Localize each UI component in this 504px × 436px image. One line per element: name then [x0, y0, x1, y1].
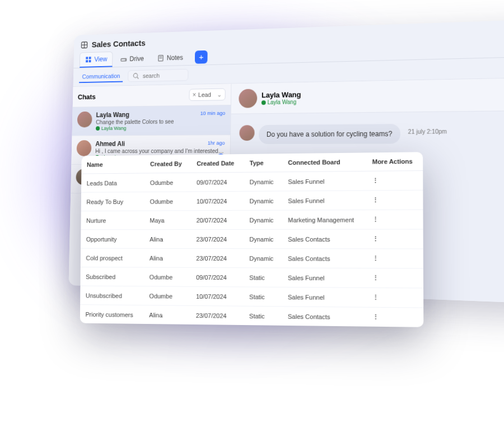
table-cell: Odumbe	[144, 192, 191, 211]
table-row[interactable]: Leads DataOdumbe09/07/2024DynamicSales F…	[81, 170, 423, 192]
more-actions-button[interactable]: ⋮	[372, 177, 379, 184]
chat-name: Ahmed Ali	[95, 140, 225, 147]
table-cell: Static	[244, 268, 282, 287]
svg-rect-4	[89, 57, 91, 59]
table-cell: Unsubscribed	[80, 286, 144, 305]
table-cell: Ready To Buy	[81, 192, 144, 211]
search-input[interactable]	[143, 72, 184, 79]
table-row[interactable]: Cold prospectAlina23/07/2024DynamicSales…	[81, 248, 423, 268]
tab-label: Notes	[167, 54, 183, 62]
table-cell: Dynamic	[244, 172, 283, 192]
tab-view[interactable]: View	[80, 52, 113, 68]
table-cell: Sales Contacts	[282, 229, 367, 249]
table-cell: 10/07/2024	[191, 191, 244, 210]
subtab-communication[interactable]: Communication	[79, 71, 123, 84]
table-cell: Sales Funnel	[282, 191, 366, 210]
chats-title: Chats	[78, 92, 96, 101]
chat-timestamp: 1hr ago	[208, 140, 225, 146]
tab-notes[interactable]: Notes	[151, 50, 189, 66]
table-row[interactable]: OpportunityAlina23/07/2024DynamicSales C…	[81, 229, 423, 249]
message-text: Do you have a solution for cycling teams…	[267, 130, 393, 138]
svg-rect-6	[89, 60, 91, 62]
more-actions-button[interactable]: ⋮	[372, 235, 379, 242]
table-row[interactable]: SubscribedOdumbe09/07/2024StaticSales Fu…	[80, 267, 423, 288]
table-cell: Alina	[144, 248, 190, 267]
table-cell: 23/07/2024	[190, 229, 244, 248]
filter-chip[interactable]: × Lead ⌄	[189, 89, 226, 101]
more-actions-button[interactable]: ⋮	[372, 313, 380, 320]
svg-rect-5	[86, 60, 88, 62]
svg-rect-3	[86, 57, 88, 59]
notes-icon	[157, 54, 164, 62]
table-cell: Sales Funnel	[282, 287, 367, 307]
table-header-cell: Connected Board	[282, 152, 366, 171]
chat-item[interactable]: Layla Wang Change the palette Colors to …	[72, 105, 231, 136]
chevron-down-icon: ⌄	[217, 91, 222, 98]
chip-label: Lead	[198, 91, 211, 98]
chat-meta: Layla Wang	[96, 124, 225, 131]
table-cell: 09/07/2024	[191, 172, 244, 192]
table-cell: Odumbe	[144, 267, 190, 286]
more-actions-button[interactable]: ⋮	[372, 294, 379, 300]
table-cell: Alina	[143, 305, 190, 324]
table-cell: Dynamic	[244, 229, 282, 248]
more-actions-button[interactable]: ⋮	[372, 255, 379, 262]
message-incoming: Do you have a solution for cycling teams…	[239, 123, 504, 144]
table-cell: 09/07/2024	[190, 267, 244, 287]
table-header-row: NameCreated ByCreated DateTypeConnected …	[81, 152, 423, 174]
table-cell: Nurture	[81, 211, 144, 230]
table-cell: Dynamic	[244, 210, 282, 229]
table-cell: Opportunity	[81, 230, 144, 249]
tab-label: Drive	[129, 55, 144, 63]
svg-line-13	[137, 77, 139, 79]
tab-drive[interactable]: Drive	[114, 51, 150, 66]
message-timestamp: 21 july 2:10pm	[408, 128, 447, 135]
svg-point-8	[125, 59, 126, 61]
drive-icon	[120, 55, 127, 63]
table-row[interactable]: UnsubscribedOdumbe10/07/2024StaticSales …	[80, 286, 423, 308]
table-row[interactable]: NurtureMaya20/07/2024DynamicMarketing Ma…	[81, 210, 423, 230]
table-cell: Subscribed	[80, 267, 144, 286]
thread-name: Layla Wang	[262, 90, 301, 99]
table-cell: Sales Contacts	[282, 249, 367, 268]
table-cell: Alina	[144, 230, 190, 249]
tab-label: View	[94, 55, 107, 63]
table-cell: Sales Funnel	[282, 171, 366, 191]
thread-meta: Layla Wang	[262, 99, 301, 105]
add-tab-button[interactable]: +	[195, 50, 208, 63]
avatar	[77, 112, 92, 128]
more-actions-button[interactable]: ⋮	[372, 196, 379, 203]
table-cell: Odumbe	[144, 173, 191, 192]
table-cell: Dynamic	[244, 249, 282, 268]
segments-table-card: NameCreated ByCreated DateTypeConnected …	[80, 152, 423, 327]
table-cell: 20/07/2024	[191, 210, 244, 229]
table-row[interactable]: Ready To BuyOdumbe10/07/2024DynamicSales…	[81, 190, 423, 211]
avatar	[77, 140, 92, 156]
chip-close-icon[interactable]: ×	[193, 91, 197, 99]
table-cell: 23/07/2024	[190, 248, 244, 267]
table-cell: 23/07/2024	[190, 305, 244, 325]
chat-timestamp: 10 min ago	[200, 110, 226, 116]
search-box[interactable]	[128, 69, 189, 82]
layout-icon	[85, 56, 92, 64]
table-cell: Priority customers	[80, 305, 144, 324]
table-cell: Dynamic	[244, 191, 283, 210]
table-header-cell: Name	[81, 155, 144, 174]
search-icon	[133, 72, 140, 80]
table-cell: Maya	[144, 211, 191, 230]
more-actions-button[interactable]: ⋮	[372, 274, 379, 281]
svg-point-12	[134, 73, 138, 78]
chat-snippet: Hi , I came across your company and I'm …	[95, 147, 225, 154]
table-cell: Static	[244, 287, 282, 307]
table-header-cell: More Actions	[366, 152, 423, 171]
table-header-cell: Type	[244, 154, 282, 172]
table-cell: Odumbe	[144, 286, 190, 306]
page-title: Sales Contacts	[92, 38, 146, 49]
table-cell: Marketing Management	[282, 210, 367, 230]
table-cell: 10/07/2024	[190, 286, 244, 306]
table-cell: Sales Contacts	[282, 307, 367, 327]
table-cell: Leads Data	[81, 173, 144, 192]
table-header-cell: Created By	[144, 155, 191, 173]
avatar	[239, 89, 257, 108]
more-actions-button[interactable]: ⋮	[372, 216, 379, 222]
